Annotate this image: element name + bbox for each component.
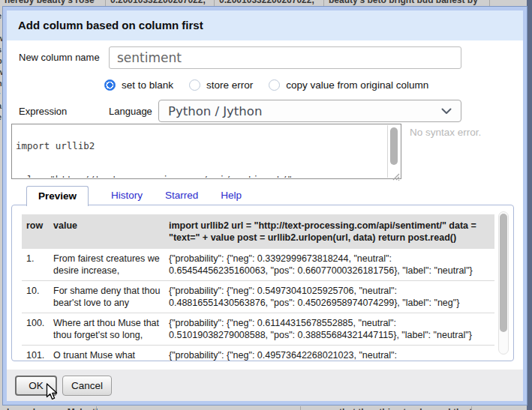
expression-editor[interactable]: import urllib2 url = "http://text-proces… <box>11 124 401 179</box>
background-right-scroll-strip <box>527 0 532 410</box>
code-line: url = "http://text-processing.com/api/se… <box>16 174 387 178</box>
tab-starred[interactable]: Starred <box>165 186 198 205</box>
table-row: 10. For shame deny that thou bear'st lov… <box>22 281 494 313</box>
new-column-name-input[interactable] <box>109 46 461 69</box>
preview-scrollbar-thumb[interactable] <box>500 214 507 332</box>
expression-code[interactable]: import urllib2 url = "http://text-proces… <box>13 125 387 178</box>
row-result-cell: {"probability": {"neg": 0.61144315678552… <box>169 317 488 341</box>
tab-help[interactable]: Help <box>221 186 242 205</box>
language-label: Language <box>109 106 152 117</box>
radio-unselected-icon[interactable] <box>269 79 280 91</box>
dialog-title: Add column based on column first <box>18 19 203 31</box>
row-result-cell: {"probability": {"neg": 0.49573642268021… <box>169 349 488 361</box>
row-number-cell: 101. <box>26 349 53 361</box>
header-row-cell: row <box>26 220 53 244</box>
row-result-cell: {"probability": {"neg": 0.33929996738182… <box>169 253 488 277</box>
dialog-footer: OK Cancel <box>7 370 523 401</box>
syntax-status: No syntax error. <box>410 127 481 138</box>
row-value-cell: O truant Muse what <box>53 349 163 361</box>
column-divider <box>489 0 490 6</box>
mouse-cursor-icon <box>46 383 59 404</box>
chevron-down-icon <box>441 108 452 115</box>
language-select[interactable]: Python / Jython <box>158 100 461 122</box>
table-row: 1. From fairest creatures we desire incr… <box>22 249 494 281</box>
radio-copy-value[interactable]: copy value from original column <box>269 79 428 91</box>
background-table-bottom-row: deaned prove. Make thee that thee thine … <box>0 406 527 410</box>
row-value-cell: For shame deny that thou bear'st love to… <box>53 285 163 309</box>
row-result-cell: {"probability": {"neg": 0.54973041025925… <box>169 285 488 309</box>
preview-table-header: row value import urllib2 url = "http://t… <box>22 214 494 249</box>
on-error-radio-group: set to blank store error copy value from… <box>104 79 439 91</box>
column-divider <box>214 0 215 6</box>
column-divider <box>471 406 472 410</box>
language-select-value: Python / Jython <box>168 104 262 118</box>
background-cell: 0.20010332200267022, <box>110 0 206 5</box>
radio-label: copy value from original column <box>286 79 428 91</box>
editor-scrollbar-thumb[interactable] <box>390 127 398 165</box>
screen: hereby beauty's rose 0.20010332200267022… <box>0 0 532 410</box>
background-cell: that thee thine too honord thy to <box>339 407 478 410</box>
table-row: 100. Where art thou Muse that thou forge… <box>22 313 494 346</box>
row-number-cell: 10. <box>26 285 53 309</box>
expression-label: Expression <box>19 106 67 117</box>
row-value-cell: From fairest creatures we desire increas… <box>53 253 163 277</box>
resize-grip-icon[interactable] <box>392 170 400 178</box>
new-column-name-label: New column name <box>19 52 100 63</box>
background-cell: hereby beauty's rose <box>5 0 95 5</box>
column-divider <box>105 0 106 6</box>
background-table-top-row: hereby beauty's rose 0.20010332200267022… <box>0 0 527 6</box>
column-divider <box>300 406 301 410</box>
row-number-cell: 1. <box>26 253 53 277</box>
background-cell: deaned prove. Make thee <box>4 407 111 410</box>
table-row: 101. O truant Muse what {"probability": … <box>22 346 494 361</box>
header-value-cell: value <box>53 220 163 244</box>
tab-history[interactable]: History <box>111 186 143 205</box>
dialog-header: Add column based on column first <box>7 10 523 40</box>
background-cell: 0.20010332200267022, <box>219 0 314 5</box>
code-line: import urllib2 <box>16 140 387 151</box>
radio-label: store error <box>206 79 253 91</box>
dialog-content: Add column based on column first New col… <box>7 10 523 401</box>
radio-unselected-icon[interactable] <box>189 79 200 91</box>
radio-label: set to blank <box>122 79 173 91</box>
radio-set-to-blank[interactable]: set to blank <box>104 79 173 91</box>
column-divider <box>323 0 324 6</box>
cancel-button[interactable]: Cancel <box>62 376 112 396</box>
radio-store-error[interactable]: store error <box>189 79 253 91</box>
preview-table: row value import urllib2 url = "http://t… <box>22 214 494 361</box>
add-column-dialog: Add column based on column first New col… <box>2 6 527 406</box>
editor-scrollbar-track <box>387 125 388 178</box>
column-divider <box>96 406 97 410</box>
row-number-cell: 100. <box>26 317 53 341</box>
tab-preview[interactable]: Preview <box>26 186 89 206</box>
preview-panel: row value import urllib2 url = "http://t… <box>11 205 514 361</box>
background-cell: beauty's beto bright bud banest by <box>329 0 478 5</box>
header-expression-cell: import urllib2 url = "http://text-proces… <box>169 220 488 244</box>
radio-selected-icon[interactable] <box>104 79 116 91</box>
preview-scrollbar-track[interactable] <box>498 211 509 355</box>
tab-bar: Preview History Starred Help <box>26 186 242 205</box>
row-value-cell: Where art thou Muse that thou forget'st … <box>53 317 163 341</box>
